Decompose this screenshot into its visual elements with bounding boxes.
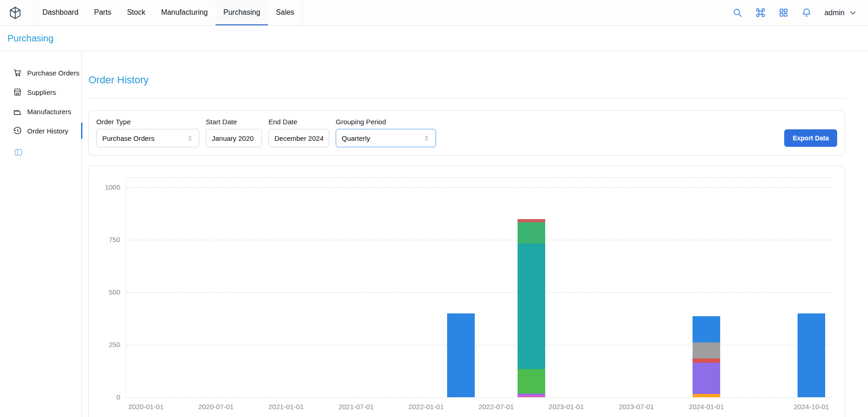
tab-stock[interactable]: Stock bbox=[119, 0, 153, 25]
select-chevrons-icon bbox=[186, 135, 193, 142]
gridline bbox=[126, 187, 832, 188]
notifications-bell-icon[interactable] bbox=[801, 7, 812, 18]
sidebar: Purchase OrdersSuppliersManufacturersOrd… bbox=[0, 51, 82, 417]
gridline bbox=[126, 345, 832, 345]
top-navbar: DashboardPartsStockManufacturingPurchasi… bbox=[0, 0, 868, 26]
order-type-select[interactable]: Purchase Orders bbox=[96, 129, 199, 147]
sidebar-item-label: Manufacturers bbox=[27, 108, 71, 116]
x-axis-tick-label: 2023-07-01 bbox=[618, 403, 654, 411]
tab-parts[interactable]: Parts bbox=[86, 0, 119, 25]
grouping-period-field: Grouping Period Quarterly bbox=[336, 118, 436, 147]
tab-sales[interactable]: Sales bbox=[268, 0, 302, 25]
bar-segment[interactable] bbox=[693, 394, 720, 397]
x-axis-tick-label: 2021-01-01 bbox=[268, 403, 304, 411]
bar-segment[interactable] bbox=[518, 243, 545, 370]
order-type-value: Purchase Orders bbox=[102, 134, 154, 142]
gridline bbox=[126, 177, 832, 178]
bar-2024-10-01[interactable] bbox=[798, 177, 825, 397]
gridline bbox=[126, 240, 832, 240]
end-date-input[interactable] bbox=[268, 129, 329, 147]
end-date-label: End Date bbox=[268, 118, 329, 126]
y-axis-tick-label: 250 bbox=[109, 341, 120, 348]
user-menu[interactable]: admin bbox=[824, 9, 857, 17]
gridline bbox=[126, 292, 832, 293]
x-axis-tick-label: 2021-07-01 bbox=[338, 403, 374, 411]
bar-segment[interactable] bbox=[693, 359, 720, 363]
chart-plot: 025050075010002020-01-012020-07-012021-0… bbox=[126, 177, 832, 397]
nav-tabs: DashboardPartsStockManufacturingPurchasi… bbox=[34, 0, 303, 25]
page-layout: Purchase OrdersSuppliersManufacturersOrd… bbox=[0, 51, 868, 417]
factory-icon bbox=[13, 107, 22, 116]
order-type-field: Order Type Purchase Orders bbox=[96, 118, 199, 147]
filter-panel: Order Type Purchase Orders Start Date En… bbox=[88, 110, 845, 156]
select-chevrons-icon bbox=[423, 135, 430, 142]
command-palette-icon[interactable] bbox=[755, 7, 766, 18]
bar-segment[interactable] bbox=[693, 363, 720, 394]
bar-segment[interactable] bbox=[798, 313, 825, 397]
start-date-input[interactable] bbox=[206, 129, 262, 147]
sidebar-item-label: Purchase Orders bbox=[27, 69, 79, 77]
x-axis-tick-label: 2020-07-01 bbox=[198, 403, 234, 411]
bar-segment[interactable] bbox=[693, 316, 720, 342]
navbar-actions: admin bbox=[732, 7, 857, 18]
sidebar-items: Purchase OrdersSuppliersManufacturersOrd… bbox=[0, 63, 82, 140]
page-title: Order History bbox=[88, 74, 845, 86]
sidebar-item-suppliers[interactable]: Suppliers bbox=[0, 82, 82, 102]
bar-segment[interactable] bbox=[518, 394, 545, 395]
section-divider bbox=[88, 98, 845, 98]
order-type-label: Order Type bbox=[96, 118, 199, 126]
bar-2022-10-01[interactable] bbox=[518, 177, 545, 397]
sidebar-item-label: Suppliers bbox=[27, 88, 56, 96]
bar-2022-04-01[interactable] bbox=[447, 177, 475, 397]
bar-segment[interactable] bbox=[518, 222, 545, 243]
gridline bbox=[126, 397, 832, 398]
username: admin bbox=[824, 9, 845, 17]
x-axis-tick-label: 2024-01-01 bbox=[689, 403, 724, 411]
bar-segment[interactable] bbox=[518, 219, 545, 222]
end-date-field: End Date bbox=[268, 118, 329, 147]
bar-segment[interactable] bbox=[447, 313, 475, 397]
start-date-label: Start Date bbox=[206, 118, 262, 126]
y-axis-tick-label: 0 bbox=[117, 393, 120, 401]
x-axis-tick-label: 2024-10-01 bbox=[794, 403, 829, 411]
bar-segment[interactable] bbox=[518, 369, 545, 393]
storefront-icon bbox=[13, 87, 22, 97]
x-axis-tick-label: 2022-07-01 bbox=[478, 403, 514, 411]
grouping-period-select[interactable]: Quarterly bbox=[336, 129, 436, 147]
history-clock-icon bbox=[13, 126, 22, 135]
sidebar-item-purchase-orders[interactable]: Purchase Orders bbox=[0, 63, 82, 82]
tab-purchasing[interactable]: Purchasing bbox=[216, 0, 268, 25]
chevron-down-icon bbox=[849, 9, 857, 17]
grouping-period-label: Grouping Period bbox=[336, 118, 436, 126]
chart-card: 025050075010002020-01-012020-07-012021-0… bbox=[88, 166, 845, 417]
sidebar-item-label: Order History bbox=[27, 127, 68, 135]
main-content: Order History Order Type Purchase Orders… bbox=[82, 51, 868, 417]
export-data-button[interactable]: Export Data bbox=[784, 129, 837, 147]
tab-dashboard[interactable]: Dashboard bbox=[35, 0, 86, 25]
x-axis-tick-label: 2023-01-01 bbox=[548, 403, 584, 411]
shopping-cart-icon bbox=[13, 68, 22, 77]
search-icon[interactable] bbox=[732, 7, 743, 18]
tab-manufacturing[interactable]: Manufacturing bbox=[153, 0, 216, 25]
sidebar-item-order-history[interactable]: Order History bbox=[0, 121, 82, 140]
barcode-scan-icon[interactable] bbox=[778, 7, 789, 18]
sidebar-item-manufacturers[interactable]: Manufacturers bbox=[0, 102, 82, 121]
x-axis-tick-label: 2022-01-01 bbox=[408, 403, 444, 411]
navbar-icons bbox=[732, 7, 812, 18]
bar-segment[interactable] bbox=[518, 395, 545, 397]
collapse-sidebar-icon[interactable] bbox=[14, 148, 23, 157]
bar-2024-01-01[interactable] bbox=[693, 177, 720, 397]
y-axis-tick-label: 1000 bbox=[105, 183, 120, 191]
y-axis-tick-label: 500 bbox=[109, 288, 120, 296]
start-date-field: Start Date bbox=[206, 118, 262, 147]
app-logo-icon[interactable] bbox=[8, 6, 22, 20]
grouping-period-value: Quarterly bbox=[342, 134, 370, 142]
bar-segment[interactable] bbox=[693, 342, 720, 358]
breadcrumb-purchasing[interactable]: Purchasing bbox=[7, 33, 53, 44]
breadcrumb: Purchasing bbox=[0, 26, 868, 51]
y-axis-tick-label: 750 bbox=[109, 236, 120, 243]
x-axis-tick-label: 2020-01-01 bbox=[128, 403, 164, 411]
